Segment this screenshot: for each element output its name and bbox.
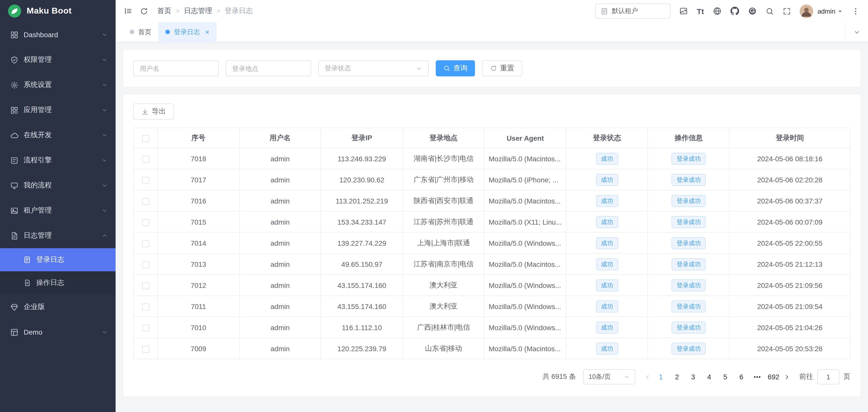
github-button[interactable] [730,6,739,15]
select-all-checkbox[interactable] [142,135,149,142]
doc-lines-icon [23,256,31,264]
operation-badge[interactable]: 登录成功 [672,321,706,334]
column-header[interactable]: 登录IP [321,128,403,148]
search-button-header[interactable] [765,7,774,15]
search-icon [765,7,774,15]
sidebar-item-online-dev[interactable]: 在线开发 [0,123,116,148]
page-number[interactable]: 1 [653,369,669,384]
sidebar-menu: Dashboard权限管理系统设置应用管理在线开发流程引擎我的流程租户管理日志管… [0,22,116,412]
sidebar-item-dashboard[interactable]: Dashboard [0,22,116,47]
reset-button[interactable]: 重置 [482,60,522,76]
tab-login-log[interactable]: 登录日志× [158,22,217,42]
chevron-down-icon [416,65,422,72]
more-settings-button[interactable] [851,7,860,15]
gitee-button[interactable] [748,6,757,15]
cell-username: admin [239,338,321,359]
sidebar-item-operation-log[interactable]: 操作日志 [0,271,116,294]
avatar[interactable] [799,4,813,18]
fullscreen-icon [782,7,791,15]
cell-index: 7017 [158,169,239,190]
operation-badge[interactable]: 登录成功 [672,237,706,249]
row-checkbox[interactable] [142,282,149,289]
page-number[interactable]: 2 [670,369,685,384]
row-checkbox[interactable] [142,345,149,352]
operation-badge[interactable]: 登录成功 [672,258,706,270]
page-size-select[interactable]: 10条/页 [583,369,635,384]
sidebar-item-demo[interactable]: Demo [0,320,116,345]
table-row: 7012 admin 43.155.174.160 澳大利亚 Mozilla/5… [133,275,850,296]
row-checkbox[interactable] [142,198,149,205]
user-menu[interactable]: admin [817,7,843,15]
refresh-button[interactable] [140,7,148,15]
page-number[interactable]: 3 [686,369,701,384]
row-checkbox[interactable] [142,156,149,162]
sidebar-item-enterprise[interactable]: 企业版 [0,294,116,320]
tenant-select[interactable]: 默认租户 [595,3,671,19]
watermark-button[interactable] [679,6,688,15]
prev-page-button[interactable] [642,372,653,382]
operation-badge[interactable]: 登录成功 [672,279,706,291]
sidebar-item-login-log[interactable]: 登录日志 [0,248,116,271]
sidebar-item-log-manage[interactable]: 日志管理 [0,223,116,248]
column-header[interactable]: User Agent [485,128,566,148]
page-number[interactable]: 4 [702,369,717,384]
operation-badge[interactable]: 登录成功 [672,173,706,186]
app-logo[interactable]: Maku Boot [0,0,116,22]
cell-operation: 登录成功 [648,275,730,296]
sidebar-item-system-settings[interactable]: 系统设置 [0,72,116,97]
more-pages[interactable]: ••• [750,369,765,384]
search-button[interactable]: 查询 [436,60,475,76]
operation-badge[interactable]: 登录成功 [672,153,706,164]
sidebar-item-workflow-engine[interactable]: 流程引擎 [0,148,116,173]
operation-badge[interactable]: 登录成功 [672,216,706,228]
row-checkbox[interactable] [142,303,149,310]
breadcrumb-item[interactable]: 首页 [157,6,172,15]
status-select[interactable]: 登录状态 [318,60,429,76]
row-checkbox[interactable] [142,261,149,268]
username-input[interactable] [133,60,219,76]
operation-badge[interactable]: 登录成功 [672,342,706,354]
breadcrumb-item[interactable]: 登录日志 [225,6,253,15]
column-header[interactable]: 序号 [158,128,239,148]
status-badge: 成功 [596,237,618,249]
chevron-down-icon [101,32,107,38]
row-checkbox[interactable] [142,324,149,331]
cell-time: 2024-05-06 00:07:09 [730,211,850,232]
cell-location: 澳大利亚 [403,296,484,317]
language-button[interactable] [712,6,721,15]
tab-close-icon[interactable]: × [205,28,210,36]
sidebar-item-permission[interactable]: 权限管理 [0,47,116,72]
page-list: 123456•••692 [653,369,781,384]
breadcrumb-item[interactable]: 日志管理 [184,6,212,15]
sidebar-item-app-manage[interactable]: 应用管理 [0,97,116,123]
tabs-dropdown-button[interactable] [845,22,868,42]
tab-home[interactable]: 首页 [123,22,158,42]
cell-username: admin [239,148,321,169]
sidebar-item-my-flows[interactable]: 我的流程 [0,173,116,198]
collapse-sidebar-button[interactable] [124,6,133,15]
operation-badge[interactable]: 登录成功 [672,300,706,312]
export-button[interactable]: 导出 [133,103,174,120]
page-number[interactable]: 6 [734,369,749,384]
next-page-button[interactable] [781,372,792,382]
column-header[interactable]: 操作信息 [648,128,730,148]
row-checkbox[interactable] [142,219,149,226]
column-header[interactable]: 登录时间 [730,128,850,148]
font-size-button[interactable]: Tt [697,7,704,15]
goto-page-input[interactable] [817,369,839,384]
column-header[interactable]: 登录地点 [403,128,484,148]
breadcrumb-separator-icon: > [176,7,180,14]
page-number-last[interactable]: 692 [766,369,781,384]
column-header[interactable]: 登录状态 [566,128,648,148]
location-input[interactable] [226,60,311,76]
page-number[interactable]: 5 [718,369,733,384]
operation-badge[interactable]: 登录成功 [672,195,706,207]
row-checkbox[interactable] [142,177,149,184]
sidebar-item-tenant-manage[interactable]: 租户管理 [0,198,116,223]
column-header[interactable]: 用户名 [239,128,321,148]
flow-icon [10,156,19,164]
row-checkbox[interactable] [142,240,149,247]
topbar-right: 默认租户 Tt admin [595,3,860,19]
chevron-down-icon [101,82,107,88]
fullscreen-button[interactable] [782,7,791,15]
